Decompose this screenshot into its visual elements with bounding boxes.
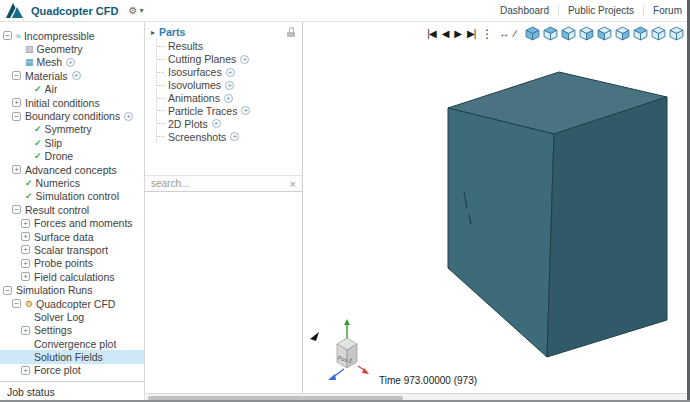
simulation-tree-panel: −≈Incompressible▧Geometry▦Mesh+−Material…	[0, 22, 145, 381]
collapse-icon[interactable]: −	[3, 286, 12, 295]
sidebar-item-geometry[interactable]: ▧Geometry	[0, 42, 144, 55]
parts-item-cutting-planes[interactable]: Cutting Planes+	[157, 53, 302, 66]
expand-icon[interactable]: +	[21, 219, 30, 228]
nav-forum[interactable]: Forum	[644, 5, 682, 16]
collapse-icon[interactable]: −	[12, 71, 21, 80]
parts-item-isosurfaces[interactable]: Isosurfaces+	[157, 66, 302, 79]
sidebar-item-boundary-conditions[interactable]: −Boundary conditions+	[0, 109, 144, 122]
add-icon[interactable]: +	[66, 58, 75, 67]
sidebar-item-air[interactable]: ✓Air	[0, 83, 144, 96]
sidebar-item-surface-data[interactable]: +Surface data	[0, 230, 144, 243]
check-icon: ✓	[25, 178, 33, 188]
isometric-view-button[interactable]	[525, 26, 540, 41]
right-view-button[interactable]	[579, 26, 594, 41]
play-button[interactable]: ▶	[454, 27, 461, 41]
parts-item-2d-plots[interactable]: 2D Plots+	[157, 117, 302, 130]
sidebar-item-drone[interactable]: ✓Drone	[0, 150, 144, 163]
first-frame-button[interactable]: |◀	[427, 27, 435, 41]
tree-branch-line	[157, 72, 164, 73]
parts-item-animations[interactable]: Animations+	[157, 92, 302, 105]
sidebar-item-force-plot[interactable]: +Force plot	[0, 364, 144, 377]
add-icon[interactable]: +	[226, 68, 235, 77]
add-icon[interactable]: +	[230, 132, 239, 141]
expand-icon[interactable]: +	[21, 232, 30, 241]
sidebar-item-label: Advanced concepts	[25, 164, 117, 176]
sidebar-item-numerics[interactable]: ✓Numerics	[0, 176, 144, 189]
sidebar-item-simulation-control[interactable]: ✓Simulation control	[0, 190, 144, 203]
previous-frame-button[interactable]: ◀	[442, 27, 449, 41]
collapse-icon[interactable]: −	[12, 112, 21, 121]
project-menu-caret-icon[interactable]: ▾	[139, 6, 143, 15]
nav-dashboard[interactable]: Dashboard	[491, 5, 559, 16]
sidebar-item-convergence-plot[interactable]: Convergence plot	[0, 337, 144, 350]
sidebar-item-quadcopter-cfd[interactable]: −⚙Quadcopter CFD	[0, 297, 144, 310]
collapse-icon[interactable]: −	[12, 299, 21, 308]
parts-item-results[interactable]: Results	[157, 40, 302, 53]
add-icon[interactable]: +	[241, 106, 250, 115]
add-icon[interactable]: +	[212, 119, 221, 128]
collapse-icon[interactable]: −	[12, 205, 21, 214]
expand-icon[interactable]: +	[21, 259, 30, 268]
sidebar-item-label: Simulation Runs	[16, 284, 92, 296]
sidebar-item-initial-conditions[interactable]: +Initial conditions	[0, 96, 144, 109]
expand-icon[interactable]: +	[21, 272, 30, 281]
sidebar-item-solver-log[interactable]: Solver Log	[0, 310, 144, 323]
sidebar-item-simulation-runs[interactable]: −Simulation Runs	[0, 283, 144, 296]
bottom-view-button[interactable]	[633, 26, 648, 41]
box-right-face[interactable]	[547, 97, 667, 357]
sidebar-item-advanced-concepts[interactable]: +Advanced concepts	[0, 163, 144, 176]
expand-icon[interactable]: +	[12, 165, 21, 174]
rotation-center-icon[interactable]	[309, 330, 321, 342]
nav-public-projects[interactable]: Public Projects	[559, 5, 644, 16]
add-icon[interactable]: +	[224, 94, 233, 103]
search-input[interactable]	[151, 178, 286, 189]
expand-icon[interactable]: +	[21, 326, 30, 335]
left-view-button[interactable]	[615, 26, 630, 41]
sidebar-item-incompressible[interactable]: −≈Incompressible	[0, 29, 144, 42]
fit-view-button[interactable]: ↔	[499, 27, 508, 41]
expand-icon[interactable]: +	[21, 245, 30, 254]
back-view-button[interactable]	[597, 26, 612, 41]
parts-item-isovolumes[interactable]: Isovolumes+	[157, 79, 302, 92]
sidebar-item-field-calculations[interactable]: +Field calculations	[0, 270, 144, 283]
sidebar-item-solution-fields[interactable]: Solution Fields	[0, 350, 144, 363]
sidebar-item-scalar-transport[interactable]: +Scalar transport	[0, 243, 144, 256]
sidebar-item-forces-and-moments[interactable]: +Forces and moments	[0, 216, 144, 229]
box-front-face[interactable]	[448, 108, 554, 357]
collapse-icon[interactable]: −	[3, 31, 12, 40]
job-status-bar[interactable]: Job status	[0, 381, 145, 402]
add-icon[interactable]: +	[72, 71, 81, 80]
add-icon[interactable]: +	[240, 55, 249, 64]
sidebar-item-label: Simulation control	[36, 190, 119, 202]
collapse-arrow-icon[interactable]: ▸	[151, 28, 155, 37]
lock-icon[interactable]	[287, 27, 295, 37]
app-logo-icon[interactable]	[6, 3, 23, 18]
sidebar-item-probe-points[interactable]: +Probe points	[0, 257, 144, 270]
more-options-button[interactable]: ⋮	[481, 27, 493, 41]
perspective-view-button[interactable]	[651, 26, 666, 41]
project-settings-gear-icon[interactable]: ⚙	[128, 5, 137, 16]
parts-item-particle-traces[interactable]: Particle Traces+	[157, 104, 302, 117]
last-frame-button[interactable]: ▶|	[467, 27, 475, 41]
tree-branch-line	[157, 98, 164, 99]
3d-viewport[interactable]: |◀◀▶▶|⋮↔∕ Pos Z Time 973.0	[303, 22, 690, 393]
sidebar-item-settings[interactable]: +Settings	[0, 324, 144, 337]
front-view-button[interactable]	[561, 26, 576, 41]
sidebar-item-result-control[interactable]: −Result control	[0, 203, 144, 216]
sidebar-item-mesh[interactable]: ▦Mesh+	[0, 56, 144, 69]
expand-icon[interactable]: +	[21, 366, 30, 375]
clip-plane-button[interactable]: ∕	[514, 27, 515, 41]
clear-search-icon[interactable]: ×	[290, 179, 296, 189]
sidebar-item-materials[interactable]: −Materials+	[0, 69, 144, 82]
orientation-cube[interactable]: Pos Z	[321, 318, 381, 382]
parts-title[interactable]: Parts	[159, 26, 185, 38]
parts-item-screenshots[interactable]: Screenshots+	[157, 130, 302, 143]
add-icon[interactable]: +	[124, 112, 133, 121]
orthographic-view-button[interactable]	[669, 26, 684, 41]
add-icon[interactable]: +	[225, 81, 234, 90]
top-view-button[interactable]	[543, 26, 558, 41]
expand-icon[interactable]: +	[12, 98, 21, 107]
sidebar-item-slip[interactable]: ✓Slip	[0, 136, 144, 149]
sidebar-item-symmetry[interactable]: ✓Symmetry	[0, 123, 144, 136]
check-icon: ✓	[25, 191, 33, 201]
